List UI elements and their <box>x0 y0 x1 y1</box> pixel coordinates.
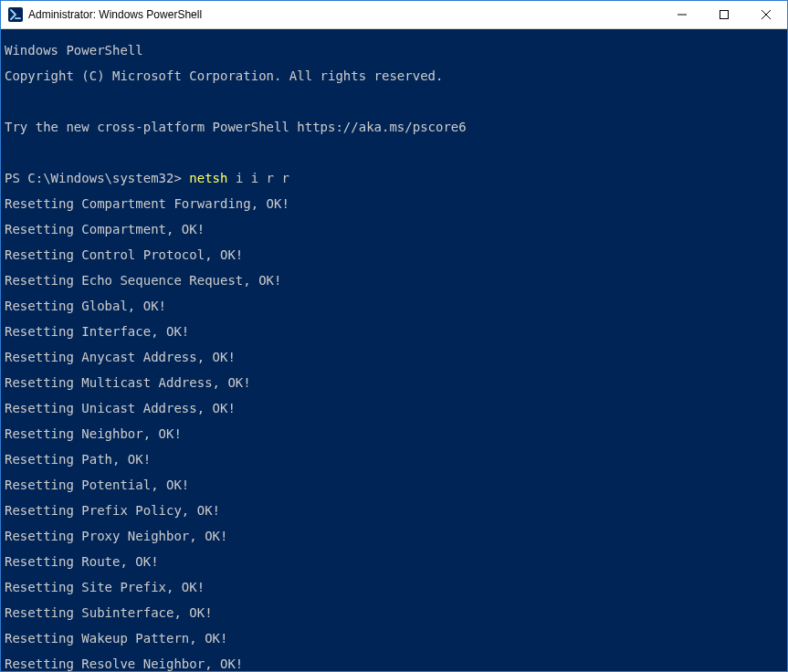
term-prompt-line: PS C:\Windows\system32> netsh i i r r <box>5 172 787 184</box>
terminal-body[interactable]: Windows PowerShell Copyright (C) Microso… <box>1 29 787 671</box>
term-line: Try the new cross-platform PowerShell ht… <box>5 121 787 133</box>
cmd-exec: netsh <box>189 171 227 185</box>
term-line: Resetting Site Prefix, OK! <box>5 581 787 593</box>
term-line: Resetting Compartment Forwarding, OK! <box>5 197 787 210</box>
term-line: Windows PowerShell <box>5 44 787 57</box>
close-button[interactable] <box>745 1 787 28</box>
term-line <box>5 146 787 159</box>
term-line: Resetting Route, OK! <box>5 555 787 568</box>
term-line: Resetting Multicast Address, OK! <box>5 376 787 389</box>
term-line: Resetting Resolve Neighbor, OK! <box>5 657 787 670</box>
prompt-prefix: PS C:\Windows\system32> <box>5 171 189 185</box>
term-line: Resetting Compartment, OK! <box>5 223 787 236</box>
term-line: Resetting Anycast Address, OK! <box>5 351 787 363</box>
window-controls <box>661 1 787 28</box>
window-title: Administrator: Windows PowerShell <box>28 1 202 28</box>
powershell-window: Administrator: Windows PowerShell Window… <box>0 0 788 672</box>
svg-rect-3 <box>720 11 729 19</box>
term-line: Resetting Control Protocol, OK! <box>5 248 787 261</box>
term-line: Resetting Global, OK! <box>5 299 787 312</box>
term-line: Resetting Potential, OK! <box>5 478 787 491</box>
cmd-args: i i r r <box>227 171 289 185</box>
term-line: Resetting Prefix Policy, OK! <box>5 504 787 517</box>
term-line: Resetting Neighbor, OK! <box>5 427 787 440</box>
term-line: Resetting Path, OK! <box>5 453 787 466</box>
term-line: Resetting Proxy Neighbor, OK! <box>5 530 787 542</box>
term-line <box>5 95 787 108</box>
term-line: Resetting Wakeup Pattern, OK! <box>5 632 787 645</box>
term-line: Resetting Unicast Address, OK! <box>5 402 787 415</box>
term-line: Resetting Subinterface, OK! <box>5 606 787 619</box>
powershell-icon <box>8 7 23 22</box>
titlebar[interactable]: Administrator: Windows PowerShell <box>1 1 787 29</box>
minimize-button[interactable] <box>661 1 703 28</box>
term-line: Resetting Interface, OK! <box>5 325 787 338</box>
term-line: Resetting Echo Sequence Request, OK! <box>5 274 787 287</box>
maximize-button[interactable] <box>703 1 745 28</box>
term-line: Copyright (C) Microsoft Corporation. All… <box>5 69 787 82</box>
